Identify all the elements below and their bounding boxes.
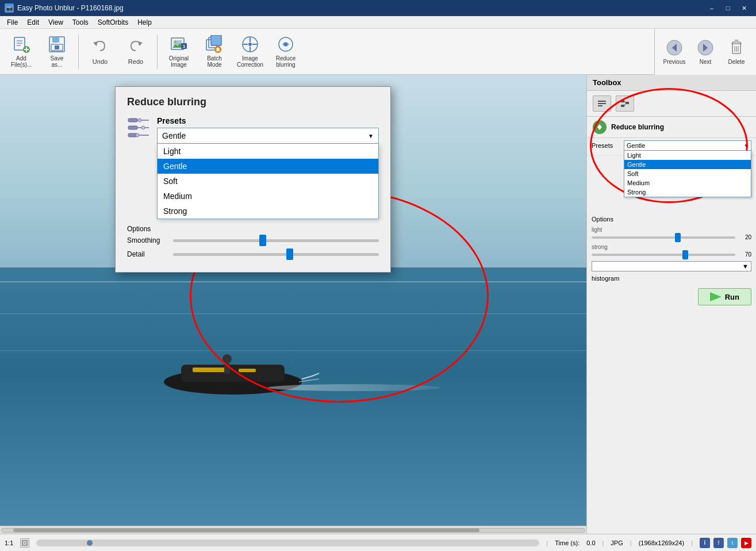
toolbox-presets-label: Presets	[592, 142, 620, 149]
original-image-button[interactable]: 1 Original Image	[162, 32, 195, 72]
original-image-label: Original Image	[169, 55, 189, 68]
menu-file[interactable]: File	[2, 17, 22, 28]
reduce-blurring-icon	[277, 35, 295, 53]
toolbox-type-arrow: ▼	[742, 263, 749, 270]
smoothing-slider-track[interactable]	[592, 236, 735, 239]
zoom-slider[interactable]	[36, 539, 539, 546]
modal-preset-gentle[interactable]: Gentle	[158, 159, 378, 174]
image-correction-label: Image Correction	[237, 55, 263, 68]
toolbox-preset-item-strong[interactable]: Strong	[624, 188, 751, 197]
menu-view[interactable]: View	[44, 17, 68, 28]
main-toolbar: Add File(s)... Save as... Undo	[0, 29, 756, 75]
modal-preset-soft[interactable]: Soft	[158, 174, 378, 189]
strong-slider-track[interactable]	[592, 254, 735, 256]
zoom-slider-thumb[interactable]	[87, 540, 93, 546]
svg-point-60	[141, 126, 145, 129]
save-as-button[interactable]: Save as...	[40, 32, 74, 72]
svg-point-63	[136, 133, 139, 137]
toolbox-preset-dropdown[interactable]: Gentle ▼	[624, 140, 751, 151]
modal-preset-light[interactable]: Light	[158, 144, 378, 159]
toolbox-dropdown-arrow: ▼	[744, 143, 749, 148]
toolbox-reduce-blurring-header: Reduce blurring	[587, 117, 756, 138]
previous-icon	[665, 39, 684, 57]
info-icon[interactable]: i	[700, 538, 710, 548]
toolbox-preset-item-gentle[interactable]: Gentle	[624, 160, 751, 169]
previous-button[interactable]: Previous	[659, 32, 689, 72]
previous-label: Previous	[663, 59, 686, 65]
svg-rect-58	[128, 126, 137, 129]
modal-preset-medium[interactable]: Medium	[158, 189, 378, 204]
toolbox-preset-item-light[interactable]: Light	[624, 151, 751, 160]
reduce-blurring-button[interactable]: Reduce blurring	[269, 32, 302, 72]
menu-edit[interactable]: Edit	[22, 17, 44, 28]
strong-slider-thumb[interactable]	[682, 250, 688, 259]
toolbox-panel: Toolbox	[586, 75, 756, 534]
modal-detail-thumb[interactable]	[286, 248, 293, 260]
svg-rect-50	[621, 105, 624, 107]
svg-marker-54	[597, 124, 602, 130]
scrollbar-thumb[interactable]	[13, 529, 479, 532]
menu-tools[interactable]: Tools	[68, 17, 93, 28]
next-button[interactable]: Next	[690, 32, 720, 72]
toolbox-preset-item-medium[interactable]: Medium	[624, 178, 751, 188]
redo-button[interactable]: Redo	[119, 32, 152, 72]
run-button[interactable]: Run	[698, 288, 751, 305]
save-as-label: Save as...	[51, 55, 64, 68]
toolbox-tool-2[interactable]	[616, 95, 634, 112]
undo-label: Undo	[93, 58, 108, 65]
maximize-button[interactable]: □	[720, 3, 735, 13]
redo-icon	[126, 38, 145, 56]
minimize-button[interactable]: –	[704, 3, 719, 13]
modal-smoothing-track[interactable]	[173, 239, 379, 242]
time-label: Time (s):	[555, 539, 580, 546]
run-button-area: Run	[587, 284, 756, 310]
modal-smoothing-thumb[interactable]	[259, 235, 266, 246]
youtube-icon[interactable]: ▶	[741, 538, 751, 548]
modal-container: Reduce blurring	[115, 86, 391, 273]
app-title: Easy Photo Unblur - P1160168.jpg	[17, 4, 124, 12]
svg-point-27	[248, 43, 252, 46]
toolbox-preset-item-soft[interactable]: Soft	[624, 169, 751, 178]
svg-point-29	[284, 43, 287, 46]
zoom-fit-button[interactable]	[20, 538, 29, 548]
menu-softorbits[interactable]: SoftOrbits	[93, 17, 133, 28]
horizontal-scrollbar[interactable]	[0, 526, 586, 534]
twitter-icon[interactable]: t	[727, 538, 738, 548]
svg-point-44	[222, 354, 232, 363]
title-bar: 📷 Easy Photo Unblur - P1160168.jpg – □ ✕	[0, 0, 756, 16]
social-icons: i f t ▶	[700, 538, 751, 548]
modal-icon-area	[127, 117, 150, 138]
toolbox-preset-dropdown-list: Light Gentle Soft Medium Strong	[624, 151, 751, 197]
undo-button[interactable]: Undo	[83, 32, 117, 72]
modal-detail-row: Detail	[127, 250, 379, 258]
batch-mode-button[interactable]: Batch Mode	[198, 32, 231, 72]
modal-detail-track[interactable]	[173, 253, 379, 256]
close-button[interactable]: ✕	[736, 3, 751, 13]
modal-preset-strong[interactable]: Strong	[158, 204, 378, 219]
toolbox-options-label: Options	[592, 216, 620, 223]
toolbox-type-dropdown[interactable]: ▼	[592, 261, 751, 271]
image-dimensions: (1968x1269x24)	[639, 539, 685, 546]
menu-help[interactable]: Help	[133, 17, 156, 28]
zoom-ratio: 1:1	[5, 539, 13, 546]
add-file-button[interactable]: Add File(s)...	[5, 32, 38, 72]
toolbox-presets-section: Presets Gentle ▼ Light Gentle Soft Mediu…	[587, 138, 756, 156]
smoothing-slider-thumb[interactable]	[675, 233, 681, 242]
modal-title: Reduce blurring	[127, 96, 379, 108]
reduce-blurring-toolbar-label: Reduce blurring	[276, 55, 296, 68]
svg-marker-11	[93, 41, 98, 46]
toolbox-type-select: ▼	[587, 259, 756, 273]
facebook-icon[interactable]: f	[713, 538, 724, 548]
image-format: JPG	[611, 539, 623, 546]
delete-button[interactable]: Delete	[722, 32, 751, 72]
toolbox-preset-dropdown-container[interactable]: Gentle ▼ Light Gentle Soft Medium Strong	[624, 140, 751, 151]
modal-preset-trigger[interactable]: Gentle ▼	[157, 128, 379, 144]
image-correction-button[interactable]: Image Correction	[233, 32, 267, 72]
svg-rect-49	[621, 100, 624, 102]
toolbox-tool-1[interactable]	[593, 95, 611, 112]
svg-rect-51	[625, 102, 629, 104]
modal-body: Reduce blurring	[116, 87, 390, 272]
add-file-label: Add File(s)...	[11, 55, 32, 68]
next-label: Next	[700, 59, 712, 65]
image-correction-icon	[241, 35, 259, 53]
